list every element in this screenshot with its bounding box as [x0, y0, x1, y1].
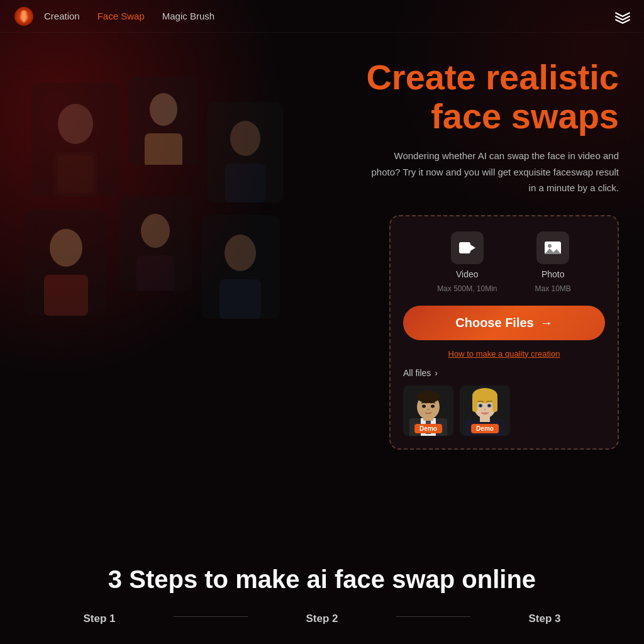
nav-creation[interactable]: Creation — [44, 11, 80, 21]
svg-rect-19 — [219, 279, 261, 319]
video-label: Video — [456, 269, 479, 279]
face-card-3 — [208, 102, 283, 203]
arrow-right-icon: → — [540, 316, 553, 330]
quality-link-wrapper: How to make a quality creation — [403, 348, 605, 359]
steps-row: Step 1 Step 2 Step 3 — [25, 613, 619, 625]
svg-rect-4 — [58, 155, 93, 193]
header: Creation Face Swap Magic Brush — [0, 0, 644, 33]
demo-thumb-female[interactable]: Demo — [460, 386, 510, 436]
svg-point-23 — [548, 244, 552, 248]
svg-point-33 — [431, 404, 435, 408]
file-type-video: Video Max 500M, 10Min — [437, 231, 497, 293]
svg-rect-41 — [492, 396, 497, 412]
svg-point-6 — [150, 93, 177, 126]
svg-rect-40 — [472, 396, 477, 412]
step-divider-1 — [174, 616, 248, 617]
face-card-5 — [119, 196, 192, 291]
step-1-label: Step 1 — [83, 613, 115, 625]
step-1-item: Step 1 — [25, 613, 174, 625]
svg-point-2 — [58, 104, 93, 144]
steps-title: 3 Steps to make ai face swap online — [25, 565, 619, 594]
svg-point-34 — [427, 408, 430, 410]
video-sublabel: Max 500M, 10Min — [437, 284, 497, 293]
svg-point-44 — [479, 404, 482, 407]
upload-box: Video Max 500M, 10Min Photo Max 10MB — [389, 215, 619, 450]
svg-rect-10 — [225, 164, 265, 203]
svg-point-15 — [141, 214, 170, 248]
svg-point-31 — [417, 391, 440, 403]
photo-sublabel: Max 10MB — [535, 284, 571, 293]
face-card-6 — [201, 215, 280, 319]
demo-badge-female: Demo — [471, 424, 499, 433]
svg-rect-13 — [44, 275, 88, 316]
file-types: Video Max 500M, 10Min Photo Max 10MB — [403, 231, 605, 293]
svg-point-32 — [422, 404, 426, 408]
nav-face-swap[interactable]: Face Swap — [97, 11, 145, 21]
main-nav: Creation Face Swap Magic Brush — [44, 11, 214, 21]
svg-point-46 — [484, 408, 486, 410]
video-icon — [458, 238, 477, 257]
file-type-photo: Photo Max 10MB — [535, 231, 571, 293]
step-divider-2 — [396, 616, 470, 617]
demo-thumb-male[interactable]: Demo — [403, 386, 453, 436]
choose-files-button[interactable]: Choose Files → — [403, 306, 605, 340]
bottom-section: 3 Steps to make ai face swap online Step… — [0, 547, 644, 644]
svg-point-12 — [50, 229, 82, 267]
face-card-1 — [31, 83, 119, 196]
header-right — [614, 8, 631, 25]
step-2-label: Step 2 — [306, 613, 338, 625]
hero-title: Create realistic face swaps — [366, 58, 619, 135]
svg-marker-21 — [470, 245, 475, 251]
demo-thumbnails: Demo — [403, 386, 605, 436]
svg-rect-20 — [459, 242, 470, 253]
step-3-item: Step 3 — [470, 613, 619, 625]
layers-icon[interactable] — [614, 8, 631, 25]
choose-files-label: Choose Files — [455, 316, 533, 330]
demo-badge-male: Demo — [414, 424, 442, 433]
video-icon-wrapper — [451, 231, 484, 264]
app-logo — [13, 5, 35, 28]
step-2-item: Step 2 — [248, 613, 396, 625]
svg-point-18 — [225, 235, 256, 271]
face-card-2 — [129, 77, 198, 165]
quality-link[interactable]: How to make a quality creation — [448, 349, 560, 358]
svg-rect-16 — [136, 255, 174, 291]
face-card-4 — [25, 209, 107, 316]
all-files-row[interactable]: All files › — [403, 368, 605, 378]
nav-magic-brush[interactable]: Magic Brush — [162, 11, 214, 21]
photo-icon-wrapper — [536, 231, 569, 264]
all-files-label: All files — [403, 368, 431, 378]
photo-icon — [543, 238, 562, 257]
photo-label: Photo — [541, 269, 565, 279]
all-files-arrow-icon: › — [435, 368, 438, 378]
svg-point-9 — [230, 121, 260, 156]
hero-subtitle: Wondering whether AI can swap the face i… — [365, 148, 619, 196]
svg-point-47 — [482, 412, 488, 414]
step-3-label: Step 3 — [528, 613, 560, 625]
face-collage — [19, 70, 321, 385]
svg-point-45 — [488, 404, 491, 407]
svg-rect-7 — [145, 133, 182, 165]
